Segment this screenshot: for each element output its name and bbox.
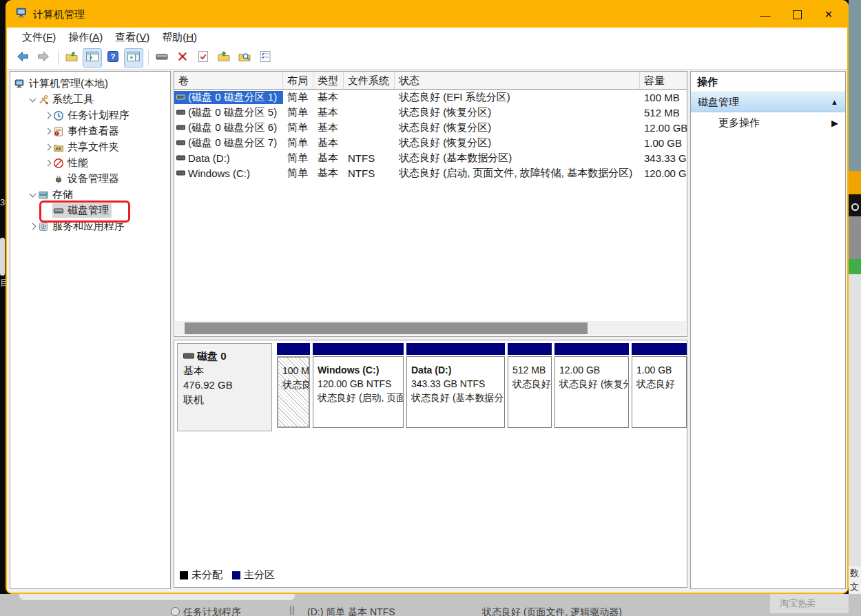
properties-button[interactable]	[194, 48, 213, 68]
menubar: 文件(F) 操作(A) 查看(V) 帮助(H)	[7, 28, 847, 47]
computer-icon	[14, 79, 26, 90]
tree-item-computer-management[interactable]: 计算机管理(本地)	[10, 76, 170, 92]
chevron-right-icon[interactable]	[43, 129, 52, 134]
volume-row[interactable]: Data (D:) 简单基本NTFS状态良好 (基本数据分区)343.33 GB	[174, 150, 687, 165]
tree-item-services-applications[interactable]: 服务和应用程序	[10, 218, 170, 234]
services-icon	[37, 221, 50, 232]
menu-view[interactable]: 查看(V)	[109, 29, 156, 46]
toolbar: ?	[7, 47, 847, 70]
action-pane-toggle-button[interactable]	[124, 48, 143, 68]
tree-item-label: 存储	[52, 188, 73, 201]
chevron-right-icon[interactable]	[28, 224, 37, 229]
help-button[interactable]: ?	[103, 48, 123, 68]
partition-recovery-512mb[interactable]: 512 MB状态良好 (恢复分区)	[508, 343, 552, 431]
column-header-volume[interactable]: 卷	[174, 72, 283, 89]
disk-size: 476.92 GB	[183, 378, 266, 392]
tree-item-event-viewer[interactable]: 事件查看器	[10, 123, 170, 139]
tree-item-storage[interactable]: 存储	[10, 187, 170, 203]
chevron-right-icon[interactable]	[43, 161, 52, 165]
volume-row[interactable]: (磁盘 0 磁盘分区 5) 简单基本状态良好 (恢复分区)512 MB	[174, 105, 687, 120]
volume-icon	[176, 154, 185, 161]
volume-list-pane: 卷 布局 类型 文件系统 状态 容量 (磁盘 0 磁盘分区 1) 简单基本状态良…	[174, 71, 687, 337]
expand-right-icon[interactable]: ▶	[831, 118, 838, 128]
disk-tool-button[interactable]	[152, 48, 172, 68]
tree-item-device-manager[interactable]: 设备管理器	[10, 171, 170, 187]
forward-button[interactable]	[34, 48, 53, 68]
column-header-capacity[interactable]: 容量	[640, 72, 687, 89]
volume-row[interactable]: (磁盘 0 磁盘分区 7) 简单基本状态良好 (恢复分区)1.00 GB	[174, 135, 687, 150]
more-actions-item[interactable]: 更多操作 ▶	[691, 112, 845, 133]
horizontal-scrollbar[interactable]	[175, 321, 686, 336]
tree-item-label: 共享文件夹	[68, 141, 119, 154]
tree-item-task-scheduler[interactable]: 任务计划程序	[10, 107, 170, 123]
chevron-down-icon[interactable]	[28, 193, 37, 196]
checklist-button[interactable]	[256, 48, 275, 68]
menu-help[interactable]: 帮助(H)	[156, 29, 203, 46]
chevron-down-icon[interactable]	[28, 98, 37, 101]
export-list-button[interactable]	[62, 48, 81, 68]
back-button[interactable]	[13, 48, 32, 68]
maximize-icon	[793, 10, 802, 19]
partition-recovery-12gb[interactable]: 12.00 GB状态良好 (恢复分区)	[554, 343, 629, 431]
tree-item-label: 磁盘管理	[68, 204, 109, 217]
tree-item-performance[interactable]: 性能	[10, 155, 170, 171]
back-icon	[16, 50, 30, 66]
partition-data-d[interactable]: Data (D:)343.33 GB NTFS状态良好 (基本数据分区)	[406, 343, 505, 431]
console-tree-toggle-button[interactable]	[83, 48, 102, 68]
maximize-button[interactable]	[781, 1, 813, 28]
delete-button[interactable]	[173, 48, 192, 68]
background-volume-status: 状态良好 (页面文件, 逻辑驱动器)	[482, 606, 622, 616]
menu-file[interactable]: 文件(F)	[16, 29, 62, 46]
chevron-right-icon[interactable]	[43, 145, 52, 150]
titlebar[interactable]: 计算机管理 — ✕	[7, 1, 847, 28]
event-viewer-icon	[52, 126, 65, 137]
actions-header: 操作	[691, 72, 845, 92]
volume-name: (磁盘 0 磁盘分区 6)	[188, 121, 277, 134]
computer-management-window: 计算机管理 — ✕ 文件(F) 操作(A) 查看(V) 帮助(H) ?	[6, 0, 849, 594]
menu-action[interactable]: 操作(A)	[62, 29, 109, 46]
column-header-layout[interactable]: 布局	[283, 72, 313, 89]
column-header-status[interactable]: 状态	[395, 72, 640, 89]
partition-recovery-1gb[interactable]: 1.00 GB状态良好	[632, 343, 687, 431]
partition-color-bar	[277, 343, 310, 355]
minimize-button[interactable]: —	[749, 1, 781, 28]
disk-icon	[183, 349, 197, 363]
partition-windows-c[interactable]: Windows (C:)120.00 GB NTFS状态良好 (启动, 页面文件…	[313, 343, 404, 431]
background-tree-item: 任务计划程序	[171, 606, 241, 616]
bg-gray-block	[849, 216, 861, 259]
collapse-icon[interactable]: ▲	[831, 98, 838, 106]
volume-name: (磁盘 0 磁盘分区 5)	[188, 106, 277, 119]
volume-table-header: 卷 布局 类型 文件系统 状态 容量	[174, 72, 687, 90]
disk-status: 联机	[183, 392, 266, 407]
close-button[interactable]: ✕	[813, 1, 844, 28]
volume-row[interactable]: (磁盘 0 磁盘分区 1) 简单基本状态良好 (EFI 系统分区)100 MB	[174, 90, 687, 105]
chevron-right-icon[interactable]	[43, 113, 52, 118]
folder-up-button[interactable]	[214, 48, 234, 68]
column-header-type[interactable]: 类型	[313, 72, 344, 89]
disk-name: 磁盘 0	[197, 349, 227, 363]
watermark-text: 淘宝热卖	[780, 597, 816, 610]
volume-row[interactable]: (磁盘 0 磁盘分区 6) 简单基本状态良好 (恢复分区)12.00 GB	[174, 120, 687, 135]
tree-item-disk-management[interactable]: 磁盘管理	[10, 203, 170, 218]
partition-efi[interactable]: 100 MB状态良好 (EFI 系统分区)	[277, 343, 310, 431]
tree-item-shared-folders[interactable]: 共享文件夹	[10, 139, 170, 155]
scrollbar-thumb[interactable]	[185, 322, 588, 334]
folder-search-button[interactable]	[235, 48, 254, 68]
partition-color-bar	[554, 343, 629, 355]
performance-icon	[52, 158, 65, 169]
column-header-filesystem[interactable]: 文件系统	[344, 72, 395, 89]
actions-section-disk-management[interactable]: 磁盘管理 ▲	[691, 92, 845, 112]
disk0-info-box[interactable]: 磁盘 0 基本 476.92 GB 联机	[177, 343, 272, 431]
partition-color-bar	[508, 343, 552, 355]
legend: 未分配 主分区	[180, 568, 284, 582]
actions-section-label: 磁盘管理	[698, 96, 739, 109]
disk-management-icon	[52, 205, 65, 216]
actions-pane: 操作 磁盘管理 ▲ 更多操作 ▶	[690, 71, 846, 589]
legend-swatch-unallocated	[180, 571, 188, 579]
workspace: 计算机管理(本地) 系统工具 任务计划程序 事件查看器 共享文件夹	[7, 70, 847, 593]
volume-row[interactable]: Windows (C:) 简单基本NTFS状态良好 (启动, 页面文件, 故障转…	[174, 165, 687, 181]
tools-icon	[37, 94, 50, 105]
disk-graphical-view: 磁盘 0 基本 476.92 GB 联机 100 MB状态良好 (EFI 系统分…	[174, 340, 687, 588]
tree-item-system-tools[interactable]: 系统工具	[10, 92, 170, 107]
tree-item-label: 事件查看器	[68, 125, 119, 138]
